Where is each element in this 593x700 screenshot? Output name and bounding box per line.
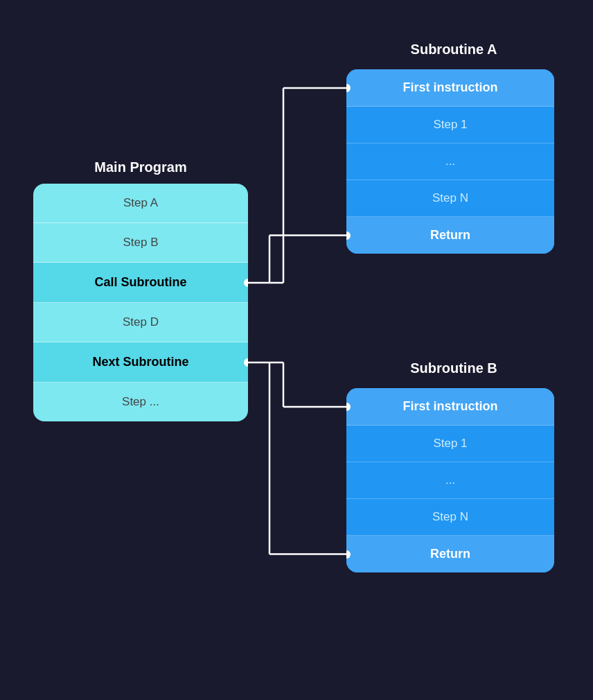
- main-program-label: Main Program: [33, 159, 248, 175]
- sub-b-first-instruction: First instruction: [346, 388, 554, 426]
- main-row-step-ellipsis: Step ...: [33, 383, 248, 421]
- main-row-step-b: Step B: [33, 223, 248, 263]
- subroutine-b-box: First instruction Step 1 ... Step N Retu…: [346, 388, 554, 572]
- subroutine-a-label: Subroutine A: [346, 42, 561, 58]
- sub-a-step1: Step 1: [346, 107, 554, 143]
- sub-a-first-dot: [346, 84, 351, 92]
- diagram-container: Main Program Step A Step B Call Subrouti…: [0, 0, 593, 700]
- sub-b-return: Return: [346, 536, 554, 572]
- sub-b-return-dot: [346, 550, 351, 559]
- sub-a-ellipsis: ...: [346, 143, 554, 180]
- sub-a-return-dot: [346, 231, 351, 240]
- sub-b-step1: Step 1: [346, 426, 554, 462]
- next-subroutine-dot: [244, 358, 248, 367]
- subroutine-a-box: First instruction Step 1 ... Step N Retu…: [346, 69, 554, 254]
- call-subroutine-dot: [244, 279, 248, 287]
- main-row-call-subroutine: Call Subroutine: [33, 263, 248, 303]
- sub-a-return: Return: [346, 217, 554, 254]
- sub-b-ellipsis: ...: [346, 462, 554, 499]
- subroutine-b-label: Subroutine B: [346, 360, 561, 376]
- main-row-step-a: Step A: [33, 184, 248, 223]
- sub-b-step-n: Step N: [346, 499, 554, 536]
- sub-a-step-n: Step N: [346, 180, 554, 217]
- main-program-box: Step A Step B Call Subroutine Step D Nex…: [33, 184, 248, 421]
- sub-b-first-dot: [346, 403, 351, 411]
- main-row-next-subroutine: Next Subroutine: [33, 342, 248, 383]
- main-row-step-d: Step D: [33, 303, 248, 342]
- sub-a-first-instruction: First instruction: [346, 69, 554, 107]
